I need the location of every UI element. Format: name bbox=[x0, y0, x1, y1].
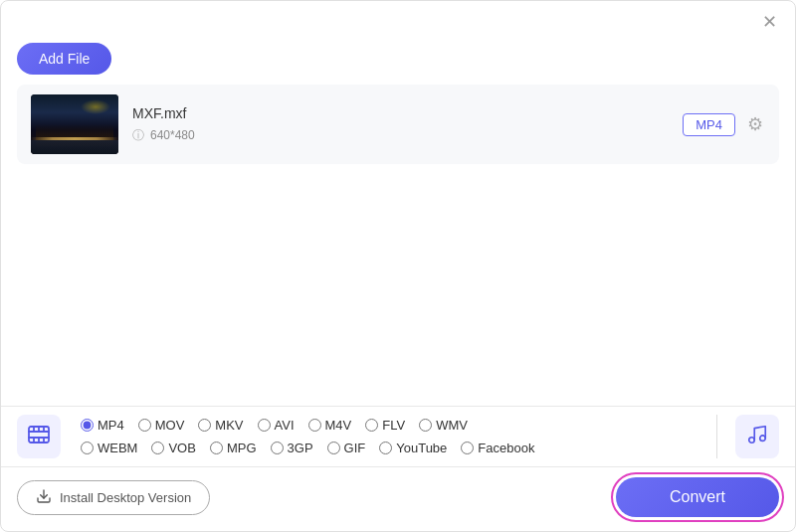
svg-point-9 bbox=[749, 437, 755, 443]
format-option-avi[interactable]: AVI bbox=[252, 416, 300, 435]
file-thumbnail bbox=[31, 94, 118, 154]
download-icon bbox=[36, 488, 52, 507]
title-bar: ✕ bbox=[1, 1, 795, 37]
format-label-gif: GIF bbox=[344, 441, 366, 455]
format-options-container: MP4 MOV MKV AVI bbox=[75, 416, 708, 457]
format-label-mkv: MKV bbox=[215, 418, 243, 433]
music-icon bbox=[746, 424, 768, 450]
format-radio-mkv[interactable] bbox=[198, 419, 211, 432]
format-label-mpg: MPG bbox=[227, 441, 257, 455]
file-actions: MP4 ⚙ bbox=[683, 111, 765, 137]
format-label-mp4: MP4 bbox=[98, 418, 124, 433]
file-list: MXF.mxf ⓘ 640*480 MP4 ⚙ bbox=[1, 85, 795, 406]
install-desktop-button[interactable]: Install Desktop Version bbox=[17, 480, 210, 515]
install-label: Install Desktop Version bbox=[60, 490, 191, 505]
format-radio-mpg[interactable] bbox=[210, 442, 223, 454]
format-option-3gp[interactable]: 3GP bbox=[265, 439, 319, 457]
add-file-button[interactable]: Add File bbox=[17, 43, 111, 75]
format-label-flv: FLV bbox=[382, 418, 405, 433]
file-resolution: 640*480 bbox=[150, 128, 195, 142]
format-option-webm[interactable]: WEBM bbox=[75, 439, 143, 457]
svg-point-10 bbox=[760, 435, 766, 441]
settings-button[interactable]: ⚙ bbox=[745, 111, 765, 137]
format-radio-webm[interactable] bbox=[81, 442, 94, 454]
format-label-mov: MOV bbox=[155, 418, 185, 433]
file-name: MXF.mxf bbox=[132, 105, 669, 121]
format-radio-avi[interactable] bbox=[258, 419, 271, 432]
format-radio-mp4[interactable] bbox=[81, 419, 94, 432]
convert-label: Convert bbox=[670, 488, 725, 505]
info-icon: ⓘ bbox=[132, 127, 144, 144]
format-label-facebook: Facebook bbox=[478, 441, 534, 455]
format-label-3gp: 3GP bbox=[288, 441, 313, 455]
close-button[interactable]: ✕ bbox=[758, 11, 781, 33]
format-radio-mov[interactable] bbox=[138, 419, 151, 432]
format-option-flv[interactable]: FLV bbox=[359, 416, 411, 435]
format-option-mkv[interactable]: MKV bbox=[192, 416, 249, 435]
format-radio-wmv[interactable] bbox=[419, 419, 432, 432]
audio-format-icon-button[interactable] bbox=[735, 415, 779, 458]
format-row-2: WEBM VOB MPG 3GP bbox=[75, 439, 708, 457]
format-option-youtube[interactable]: YouTube bbox=[373, 439, 453, 457]
settings-icon: ⚙ bbox=[747, 114, 763, 134]
format-option-facebook[interactable]: Facebook bbox=[455, 439, 540, 457]
format-option-mp4[interactable]: MP4 bbox=[75, 416, 130, 435]
bottom-panel: MP4 MOV MKV AVI bbox=[1, 406, 795, 531]
format-radio-youtube[interactable] bbox=[379, 442, 392, 454]
format-radio-flv[interactable] bbox=[365, 419, 378, 432]
format-label-wmv: WMV bbox=[436, 418, 468, 433]
thumb-decoration2 bbox=[31, 140, 118, 154]
file-item: MXF.mxf ⓘ 640*480 MP4 ⚙ bbox=[17, 85, 779, 164]
file-meta: ⓘ 640*480 bbox=[132, 127, 669, 144]
film-icon bbox=[27, 423, 51, 451]
format-option-mpg[interactable]: MPG bbox=[204, 439, 263, 457]
format-radio-facebook[interactable] bbox=[461, 442, 474, 454]
format-option-mov[interactable]: MOV bbox=[132, 416, 191, 435]
format-radio-3gp[interactable] bbox=[271, 442, 284, 454]
thumbnail-image bbox=[31, 94, 118, 154]
format-selector: MP4 MOV MKV AVI bbox=[1, 407, 795, 466]
vertical-divider bbox=[716, 415, 717, 458]
format-option-gif[interactable]: GIF bbox=[321, 439, 372, 457]
format-label-youtube: YouTube bbox=[396, 441, 447, 455]
format-label-avi: AVI bbox=[275, 418, 295, 433]
format-label-m4v: M4V bbox=[325, 418, 352, 433]
format-row-1: MP4 MOV MKV AVI bbox=[75, 416, 708, 435]
format-option-vob[interactable]: VOB bbox=[145, 439, 201, 457]
format-radio-m4v[interactable] bbox=[308, 419, 321, 432]
main-window: ✕ Add File MXF.mxf ⓘ 640*480 bbox=[0, 0, 796, 532]
video-format-icon-button[interactable] bbox=[17, 415, 61, 458]
convert-button[interactable]: Convert bbox=[616, 477, 779, 517]
format-radio-vob[interactable] bbox=[151, 442, 164, 454]
close-icon: ✕ bbox=[762, 12, 777, 32]
format-radio-gif[interactable] bbox=[327, 442, 340, 454]
toolbar: Add File bbox=[1, 37, 795, 85]
format-badge[interactable]: MP4 bbox=[683, 113, 735, 136]
format-label-vob: VOB bbox=[168, 441, 195, 455]
file-info: MXF.mxf ⓘ 640*480 bbox=[132, 105, 669, 144]
format-label-webm: WEBM bbox=[98, 441, 137, 455]
footer: Install Desktop Version Convert bbox=[1, 467, 795, 531]
format-option-m4v[interactable]: M4V bbox=[302, 416, 358, 435]
format-option-wmv[interactable]: WMV bbox=[413, 416, 474, 435]
